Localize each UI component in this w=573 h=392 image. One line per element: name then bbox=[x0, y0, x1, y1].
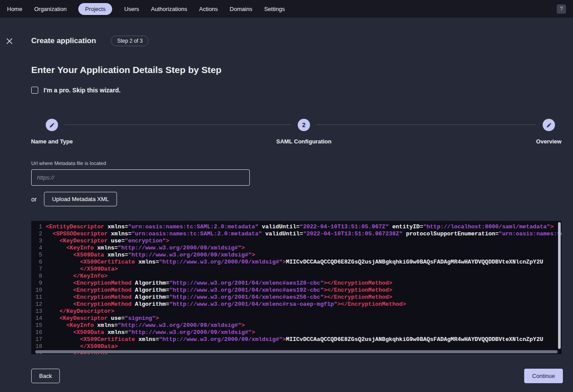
step-circle-overview[interactable] bbox=[543, 119, 555, 131]
nav-item-actions[interactable]: Actions bbox=[199, 6, 218, 12]
line-content: <EncryptionMethod Algorithm="http://www.… bbox=[46, 287, 392, 294]
nav-item-authorizations[interactable]: Authorizations bbox=[151, 6, 187, 12]
code-line: 7 </X509Data> bbox=[34, 266, 562, 273]
code-editor-lines: 1<EntityDescriptor xmlns="urn:oasis:name… bbox=[31, 221, 562, 354]
or-row: or Upload Metadata XML bbox=[31, 192, 563, 206]
line-content: <X509Certificate xmlns="http://www.w3.or… bbox=[46, 259, 543, 266]
code-line: 9 <EncryptionMethod Algorithm="http://ww… bbox=[34, 280, 562, 287]
stepper-connector bbox=[65, 125, 291, 125]
upload-metadata-button[interactable]: Upload Metadata XML bbox=[44, 192, 117, 206]
step-label-overview: Overview bbox=[536, 138, 562, 145]
line-content: </X509Data> bbox=[46, 266, 118, 273]
step-label-saml-configuration: SAML Configuration bbox=[276, 138, 331, 145]
line-content: <X509Data xmlns="http://www.w3.org/2000/… bbox=[46, 329, 255, 336]
close-icon bbox=[6, 38, 13, 44]
step-circle-saml-configuration[interactable]: 2 bbox=[298, 119, 310, 131]
page-title: Create application bbox=[31, 37, 96, 45]
code-line: 4 <KeyInfo xmlns="http://www.w3.org/2000… bbox=[34, 245, 562, 252]
wizard-heading: Enter Your Application Details Step by S… bbox=[31, 65, 563, 75]
or-label: or bbox=[31, 196, 36, 203]
line-number: 7 bbox=[34, 266, 42, 273]
line-number: 16 bbox=[34, 329, 42, 336]
code-line: 10 <EncryptionMethod Algorithm="http://w… bbox=[34, 287, 562, 294]
code-line: 3 <KeyDescriptor use="encryption"> bbox=[34, 238, 562, 245]
nav-item-domains[interactable]: Domains bbox=[230, 6, 252, 12]
line-content: </KeyInfo> bbox=[46, 273, 107, 280]
help-button[interactable]: ? bbox=[557, 4, 566, 14]
editor-vertical-scrollbar[interactable] bbox=[558, 222, 561, 349]
line-content: </KeyDescriptor> bbox=[46, 308, 114, 315]
code-line: 15 <KeyInfo xmlns="http://www.w3.org/200… bbox=[34, 322, 562, 329]
wizard-header: Create application Step 2 of 3 bbox=[31, 18, 563, 46]
line-number: 18 bbox=[34, 343, 42, 350]
step-badge: Step 2 of 3 bbox=[111, 36, 149, 46]
code-line: 12 <EncryptionMethod Algorithm="http://w… bbox=[34, 301, 562, 308]
line-number: 4 bbox=[34, 245, 42, 252]
code-line: 18 </X509Data> bbox=[34, 343, 562, 350]
line-number: 11 bbox=[34, 294, 42, 301]
code-line: 16 <X509Data xmlns="http://www.w3.org/20… bbox=[34, 329, 562, 336]
nav-item-settings[interactable]: Settings bbox=[264, 6, 285, 12]
step-number: 2 bbox=[302, 121, 306, 128]
line-content: <KeyDescriptor use="encryption"> bbox=[46, 238, 169, 245]
line-number: 1 bbox=[34, 223, 42, 231]
skip-wizard-checkbox[interactable] bbox=[31, 87, 38, 94]
code-line: 14 <KeyDescriptor use="signing"> bbox=[34, 315, 562, 322]
line-content: <EncryptionMethod Algorithm="http://www.… bbox=[46, 301, 406, 308]
line-number: 5 bbox=[34, 252, 42, 259]
metadata-url-input[interactable] bbox=[31, 169, 250, 186]
line-number: 8 bbox=[34, 273, 42, 280]
pencil-icon bbox=[546, 122, 552, 128]
step-circle-name-and-type[interactable] bbox=[46, 119, 58, 131]
line-content: <SPSSODescriptor xmlns="urn:oasis:names:… bbox=[46, 231, 562, 238]
line-number: 2 bbox=[34, 231, 42, 238]
nav-item-projects[interactable]: Projects bbox=[78, 3, 112, 15]
line-content: <X509Data xmlns="http://www.w3.org/2000/… bbox=[46, 252, 255, 259]
code-line: 2 <SPSSODescriptor xmlns="urn:oasis:name… bbox=[34, 231, 562, 238]
skip-wizard-label: I'm a pro. Skip this wizard. bbox=[44, 87, 120, 94]
line-content: <EntityDescriptor xmlns="urn:oasis:names… bbox=[46, 223, 554, 231]
line-number: 14 bbox=[34, 315, 42, 322]
code-line: 13 </KeyDescriptor> bbox=[34, 308, 562, 315]
line-number: 3 bbox=[34, 238, 42, 245]
metadata-url-label: Url where Metadata file is located bbox=[31, 161, 563, 166]
line-content: <EncryptionMethod Algorithm="http://www.… bbox=[46, 294, 392, 301]
metadata-code-editor[interactable]: 1<EntityDescriptor xmlns="urn:oasis:name… bbox=[31, 221, 562, 354]
wizard-stepper: 2 Name and Type SAML Configuration Overv… bbox=[31, 119, 563, 144]
line-content: <KeyInfo xmlns="http://www.w3.org/2000/0… bbox=[46, 322, 245, 329]
code-line: 6 <X509Certificate xmlns="http://www.w3.… bbox=[34, 259, 562, 266]
line-content: </X509Data> bbox=[46, 343, 118, 350]
line-number: 15 bbox=[34, 322, 42, 329]
pencil-icon bbox=[49, 122, 55, 128]
back-button[interactable]: Back bbox=[31, 369, 60, 383]
line-content: <KeyInfo xmlns="http://www.w3.org/2000/0… bbox=[46, 245, 245, 252]
line-content: <KeyDescriptor use="signing"> bbox=[46, 315, 159, 322]
nav-item-users[interactable]: Users bbox=[124, 6, 139, 12]
code-line: 1<EntityDescriptor xmlns="urn:oasis:name… bbox=[34, 223, 562, 231]
line-number: 9 bbox=[34, 280, 42, 287]
step-label-name-and-type: Name and Type bbox=[31, 138, 73, 145]
nav-item-organization[interactable]: Organization bbox=[34, 6, 67, 12]
code-line: 5 <X509Data xmlns="http://www.w3.org/200… bbox=[34, 252, 562, 259]
top-nav: Home Organization Projects Users Authori… bbox=[0, 0, 573, 18]
nav-item-home[interactable]: Home bbox=[7, 6, 22, 12]
close-button[interactable] bbox=[5, 37, 13, 45]
code-line: 11 <EncryptionMethod Algorithm="http://w… bbox=[34, 294, 562, 301]
editor-horizontal-scrollbar[interactable] bbox=[35, 350, 558, 353]
line-content: <EncryptionMethod Algorithm="http://www.… bbox=[46, 280, 392, 287]
wizard-footer: Back Continue bbox=[31, 369, 563, 383]
line-number: 10 bbox=[34, 287, 42, 294]
code-line: 17 <X509Certificate xmlns="http://www.w3… bbox=[34, 336, 562, 343]
wizard-page: Create application Step 2 of 3 Enter You… bbox=[0, 18, 573, 383]
line-number: 6 bbox=[34, 259, 42, 266]
line-number: 13 bbox=[34, 308, 42, 315]
line-content: <X509Certificate xmlns="http://www.w3.or… bbox=[46, 336, 543, 343]
line-number: 12 bbox=[34, 301, 42, 308]
continue-button[interactable]: Continue bbox=[524, 369, 563, 383]
skip-wizard-row: I'm a pro. Skip this wizard. bbox=[31, 86, 563, 94]
line-number: 17 bbox=[34, 336, 42, 343]
stepper-connector bbox=[317, 125, 536, 125]
code-line: 8 </KeyInfo> bbox=[34, 273, 562, 280]
